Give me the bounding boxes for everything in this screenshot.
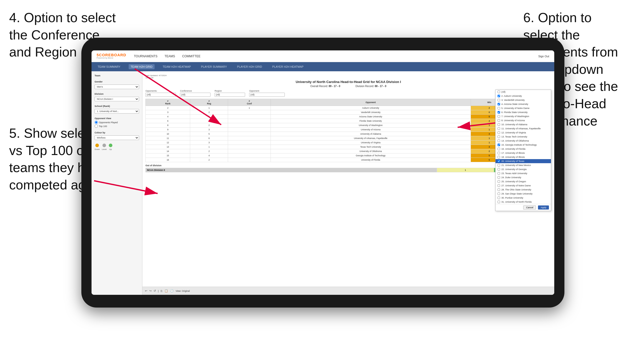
dropdown-item-label: 3. Vanderbilt University: [501, 99, 525, 101]
dropdown-item[interactable]: 28. The Ohio State University: [496, 188, 551, 192]
school-label: School (Rank): [95, 105, 139, 107]
dropdown-item[interactable]: 18. University of Illinois: [496, 155, 551, 159]
dropdown-checkbox[interactable]: [498, 99, 500, 101]
legend-level-dot: [102, 144, 106, 147]
dropdown-checkbox[interactable]: [498, 152, 500, 154]
dropdown-checkbox[interactable]: [498, 176, 500, 179]
dropdown-item[interactable]: 20. University of Texas: [496, 159, 551, 163]
tab-player-summary[interactable]: PLAYER SUMMARY: [199, 64, 229, 69]
dropdown-item[interactable]: 29. San Diego State University: [496, 192, 551, 196]
dropdown-checkbox[interactable]: [498, 91, 500, 93]
nav-teams[interactable]: TEAMS: [164, 54, 175, 58]
cell-rank: 3: [146, 110, 190, 115]
division-section: Division NCAA Division I: [95, 93, 139, 101]
dropdown-item-label: 17. University of Illinois: [501, 152, 525, 154]
dropdown-item[interactable]: 7. University of Washington: [496, 114, 551, 118]
dropdown-item[interactable]: 5. University of Notre Dame: [496, 106, 551, 110]
nav-tournaments[interactable]: TOURNAMENTS: [134, 54, 157, 58]
dropdown-checkbox[interactable]: [498, 135, 500, 138]
dropdown-item-label: (All): [501, 91, 505, 93]
dropdown-item[interactable]: (All): [496, 90, 551, 94]
dropdown-checkbox[interactable]: [498, 119, 500, 122]
tab-team-h2h-grid[interactable]: TEAM H2H GRID: [129, 64, 155, 69]
dropdown-item[interactable]: 6. Florida State University: [496, 110, 551, 114]
dropdown-checkbox[interactable]: [498, 168, 500, 171]
radio-opponents-played[interactable]: Opponents Played: [95, 121, 139, 124]
dropdown-item[interactable]: 8. University of Arizona: [496, 118, 551, 122]
division-label: Division: [95, 93, 139, 95]
dropdown-checkbox[interactable]: [498, 156, 500, 158]
tab-team-h2h-heatmap[interactable]: TEAM H2H HEATMAP: [161, 64, 193, 69]
dropdown-checkbox[interactable]: [498, 197, 500, 199]
tab-player-h2h-grid[interactable]: PLAYER H2H GRID: [235, 64, 264, 69]
copy-icon[interactable]: ⎘: [161, 289, 162, 293]
redo-icon[interactable]: ↪: [149, 289, 152, 293]
cell-opponent: Auburn University: [271, 106, 471, 110]
dropdown-item[interactable]: 11. University of Arkansas, Fayetteville: [496, 127, 551, 131]
opponents-select[interactable]: (All): [145, 93, 176, 97]
tab-team-summary[interactable]: TEAM SUMMARY: [96, 64, 123, 69]
opponent-select[interactable]: (All): [249, 93, 285, 97]
region-select[interactable]: (All): [215, 93, 245, 97]
colour-by-select[interactable]: Win/loss: [95, 135, 139, 140]
cell-reg: 6: [190, 136, 228, 141]
radio-opponents-played-input[interactable]: [95, 121, 98, 124]
dropdown-item[interactable]: 22. University of Georgia: [496, 167, 551, 171]
dropdown-item[interactable]: 24. Duke University: [496, 175, 551, 179]
dropdown-checkbox[interactable]: [498, 201, 500, 203]
dropdown-item[interactable]: 4. Arizona State University: [496, 102, 551, 106]
dropdown-checkbox[interactable]: [498, 103, 500, 105]
table-row: 4 1 Arizona State University 5 1: [146, 115, 551, 119]
tab-player-h2h-heatmap[interactable]: PLAYER H2H HEATMAP: [270, 64, 306, 69]
dropdown-item-label: 27. University of Notre Dame: [501, 184, 531, 187]
dropdown-item[interactable]: 12. University of Virginia: [496, 131, 551, 135]
undo-icon[interactable]: ↩: [145, 289, 147, 293]
dropdown-item[interactable]: 3. Vanderbilt University: [496, 98, 551, 102]
dropdown-item-label: 18. University of Illinois: [501, 156, 525, 158]
dropdown-checkbox[interactable]: [498, 127, 500, 130]
dropdown-item[interactable]: 21. University of New Mexico: [496, 163, 551, 167]
dropdown-checkbox[interactable]: [498, 115, 500, 118]
dropdown-checkbox[interactable]: [498, 188, 500, 191]
dropdown-item[interactable]: 25. University of Oregon: [496, 179, 551, 184]
dropdown-checkbox[interactable]: [498, 95, 500, 97]
apply-button[interactable]: Apply: [538, 205, 549, 210]
gender-select[interactable]: Men's: [95, 85, 139, 89]
dropdown-checkbox[interactable]: [498, 123, 500, 126]
dropdown-checkbox[interactable]: [498, 111, 500, 114]
dropdown-checkbox[interactable]: [498, 131, 500, 134]
dropdown-item[interactable]: 31. University of North Florida: [496, 200, 551, 204]
dropdown-checkbox[interactable]: [498, 140, 500, 142]
dropdown-checkbox[interactable]: [498, 184, 500, 187]
dropdown-checkbox[interactable]: [498, 160, 500, 162]
cell-reg: 2: [190, 123, 228, 128]
dropdown-item[interactable]: 17. University of Illinois: [496, 151, 551, 155]
cancel-button[interactable]: Cancel: [523, 205, 536, 210]
dropdown-checkbox[interactable]: [498, 192, 500, 195]
dropdown-checkbox[interactable]: [498, 107, 500, 109]
dropdown-item[interactable]: 16. University of Florida: [496, 147, 551, 151]
refresh-icon[interactable]: ↺: [154, 289, 156, 293]
dropdown-checkbox[interactable]: [498, 180, 500, 183]
radio-top100-input[interactable]: [95, 124, 98, 128]
dropdown-checkbox[interactable]: [498, 172, 500, 175]
dropdown-item[interactable]: 10. University of Alabama: [496, 122, 551, 127]
dropdown-item[interactable]: 14. University of Oklahoma: [496, 139, 551, 143]
paste-icon[interactable]: 📋: [164, 289, 168, 293]
nav-committee[interactable]: COMMITTEE: [182, 54, 200, 58]
nav-sign-out[interactable]: Sign Out: [538, 55, 549, 58]
table-row: 13 1 Texas Tech University 3 0: [146, 145, 551, 149]
dropdown-item[interactable]: 23. Texas A&M University: [496, 171, 551, 175]
conference-select[interactable]: (All): [180, 93, 211, 97]
dropdown-item[interactable]: 2. Auburn University: [496, 94, 551, 98]
dropdown-item[interactable]: 15. Georgia Institute of Technology: [496, 143, 551, 147]
dropdown-item[interactable]: 27. University of Notre Dame: [496, 184, 551, 188]
dropdown-checkbox[interactable]: [498, 144, 500, 146]
dropdown-item[interactable]: 13. Texas Tech University: [496, 135, 551, 139]
radio-top100[interactable]: Top 100: [95, 124, 139, 128]
school-select[interactable]: 1. University of Nort...: [95, 109, 139, 114]
dropdown-checkbox[interactable]: [498, 148, 500, 150]
division-select[interactable]: NCAA Division I: [95, 97, 139, 101]
dropdown-checkbox[interactable]: [498, 164, 500, 166]
dropdown-item[interactable]: 30. Purdue University: [496, 196, 551, 200]
